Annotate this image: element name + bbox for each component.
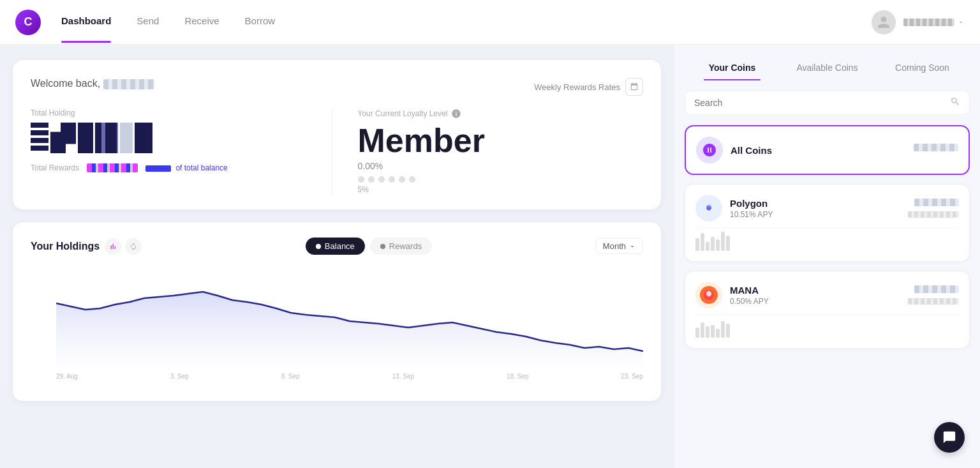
main-layout: Welcome back, Weekly Rewards Rates Total… [0,45,980,468]
total-rewards-row: Total Rewards of total balance [31,163,316,172]
all-coins-amount-redacted [914,144,958,151]
loyalty-level: Member [358,124,485,157]
total-holding-label: Total Holding [31,109,316,117]
topnav: C Dashboard Send Receive Borrow [0,0,980,45]
chat-button[interactable] [934,422,965,453]
nav-item-dashboard[interactable]: Dashboard [61,15,111,29]
nav-item-borrow[interactable]: Borrow [245,15,276,29]
left-content: Welcome back, Weekly Rewards Rates Total… [0,45,674,468]
loyalty-pct: 0.00% [358,161,485,171]
holding-left: Total Holding Total Reward [31,109,332,194]
avatar[interactable] [872,10,896,34]
search-input[interactable] [694,98,950,108]
mana-chart-mini [695,315,959,338]
mana-info: MANA 0.50% APY [730,285,900,306]
polygon-value [908,199,959,218]
toggle-balance[interactable]: Balance [306,238,365,255]
dot-3 [378,176,385,183]
dot-6 [409,176,415,183]
bar [716,239,720,251]
chart-svg [56,265,643,367]
all-coins-name: All Coins [731,145,906,156]
all-coins-icon [696,137,723,163]
mana-name: MANA [730,285,900,296]
chart-icons [105,238,142,255]
mana-value [908,285,959,305]
coin-card-polygon[interactable]: Polygon 10.51% APY [685,184,970,262]
bar [716,329,720,338]
x-label-6: 23. Sep [621,373,643,380]
balance-pct: of total balance [145,163,228,172]
month-select[interactable]: Month [596,238,643,254]
all-coins-value [914,144,958,156]
x-label-2: 3. Sep [170,373,189,380]
holdings-grid: Total Holding Total Reward [31,109,643,194]
bar [721,232,725,251]
mana-icon [695,282,722,308]
tab-coming-soon[interactable]: Coming Soon [875,57,970,78]
nav-item-receive[interactable]: Receive [184,15,219,29]
polygon-icon [695,195,722,222]
bar [695,328,699,338]
bar [726,236,730,251]
panel-tabs: Your Coins Available Coins Coming Soon [685,57,970,78]
total-holding-value [31,123,316,153]
mana-apy: 0.50% APY [730,297,900,306]
app-logo: C [15,10,41,35]
dot-2 [368,176,375,183]
card-header: Welcome back, Weekly Rewards Rates [31,78,643,96]
chart-bar-icon[interactable] [105,238,121,255]
bar [695,238,699,251]
polygon-name: Polygon [730,198,900,209]
x-label-5: 18. Sep [507,373,528,380]
welcome-text: Welcome back, [31,78,154,89]
bar [701,233,704,251]
right-panel: Your Coins Available Coins Coming Soon A… [674,45,980,468]
polygon-bars [695,232,730,251]
mana-amount-redacted [914,285,959,293]
bar [726,324,730,338]
progress-5pct: 5% [358,185,485,194]
chart-title: Your Holdings [31,238,142,255]
coin-card-all[interactable]: All Coins [685,125,970,175]
mana-bars [695,321,730,338]
chart-refresh-icon[interactable] [125,238,142,255]
tab-available-coins[interactable]: Available Coins [780,57,875,78]
tab-your-coins[interactable]: Your Coins [685,57,780,78]
coin-card-mana[interactable]: MANA 0.50% APY [685,271,970,349]
progress-dots [358,176,485,183]
chart-header: Your Holdings Balance [31,238,643,255]
nav-links: Dashboard Send Receive Borrow [61,15,872,29]
all-coins-info: All Coins [731,145,906,156]
nav-item-send[interactable]: Send [137,15,159,29]
bar [721,321,725,338]
chart-svg-wrap [56,265,643,367]
toggle-rewards[interactable]: Rewards [370,238,432,255]
coin-card-top: All Coins [696,137,958,163]
chart-area: 29. Aug 3. Sep 8. Sep 13. Sep 18. Sep 23… [31,265,643,380]
bar [706,326,709,338]
user-label [903,19,965,26]
rewards-dot [380,244,385,249]
nav-right [872,10,965,34]
x-label-4: 13. Sep [392,373,414,380]
polygon-amount-redacted [914,199,959,206]
dot-4 [389,176,395,183]
dot-1 [358,176,364,183]
coin-card-top-mana: MANA 0.50% APY [695,282,959,308]
bar [706,242,709,251]
welcome-card: Welcome back, Weekly Rewards Rates Total… [13,60,661,209]
polygon-sub-redacted [908,211,959,218]
calendar-icon [625,78,643,96]
user-name-redacted [103,79,154,89]
chart-labels-x: 29. Aug 3. Sep 8. Sep 13. Sep 18. Sep 23… [56,373,643,380]
rewards-pixel [87,163,138,172]
polygon-chart-mini [695,228,959,251]
polygon-apy: 10.51% APY [730,210,900,219]
dot-5 [399,176,405,183]
weekly-rates-btn[interactable]: Weekly Rewards Rates [534,78,643,96]
balance-dot [316,244,321,249]
welcome-prefix: Welcome back, [31,78,100,89]
coin-card-top-polygon: Polygon 10.51% APY [695,195,959,222]
loyalty-label: Your Current Loyalty Level [358,109,485,119]
